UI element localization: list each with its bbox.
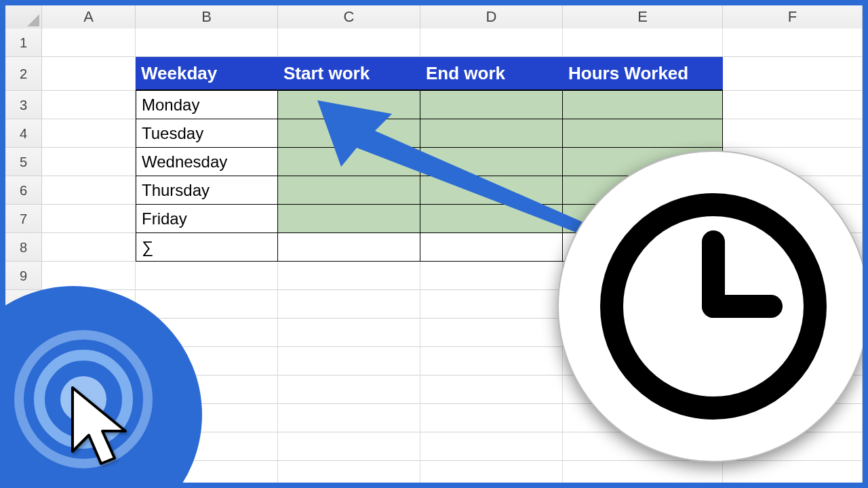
cell-sum-end[interactable] [420,233,563,262]
cell-A8[interactable] [42,233,136,262]
cell-end-thu[interactable] [420,176,563,205]
cell-weekday-tue[interactable]: Tuesday [136,119,278,148]
spreadsheet-area: A B C D E F 1 2 Weekday Start work End w… [5,5,863,483]
row-4: 4 Tuesday [5,119,863,148]
header-end-work[interactable]: End work [420,57,563,91]
header-hours-worked[interactable]: Hours Worked [563,57,723,91]
cell-end-wed[interactable] [420,148,563,176]
cell-weekday-thu[interactable]: Thursday [136,176,278,205]
cell-start-wed[interactable] [278,148,420,176]
svg-marker-8 [73,388,125,464]
clock-icon [595,188,832,425]
row-header-4[interactable]: 4 [5,119,42,147]
cell-D1[interactable] [420,28,563,57]
clock-badge [557,150,868,462]
cell-sum-start[interactable] [278,233,420,262]
col-header-E[interactable]: E [563,5,723,28]
column-header-row: A B C D E F [5,5,863,28]
row-header-6[interactable]: 6 [5,176,42,204]
cell-A3[interactable] [42,91,136,119]
cell-start-tue[interactable] [278,119,420,148]
header-weekday[interactable]: Weekday [136,57,278,91]
ripple-cursor-logo [0,286,202,488]
row-1: 1 [5,28,863,57]
cursor-icon [67,384,142,472]
col-header-F[interactable]: F [723,5,863,28]
row-header-2[interactable]: 2 [5,57,42,90]
cell-A6[interactable] [42,176,136,205]
cell-A5[interactable] [42,148,136,176]
row-2: 2 Weekday Start work End work Hours Work… [5,57,863,91]
cell-sum-label[interactable]: ∑ [136,233,278,262]
row-header-3[interactable]: 3 [5,91,42,119]
cell-weekday-mon[interactable]: Monday [136,91,278,119]
col-header-A[interactable]: A [42,5,136,28]
cell-F4[interactable] [723,119,863,148]
row-header-5[interactable]: 5 [5,148,42,176]
cell-weekday-fri[interactable]: Friday [136,205,278,233]
cell-start-mon[interactable] [278,91,420,119]
cell-D9[interactable] [420,262,563,290]
row-3: 3 Monday [5,91,863,119]
cell-B1[interactable] [136,28,278,57]
cell-C1[interactable] [278,28,420,57]
svg-marker-0 [27,14,39,26]
cell-C9[interactable] [278,262,420,290]
cell-weekday-wed[interactable]: Wednesday [136,148,278,176]
header-start-work[interactable]: Start work [278,57,420,91]
cell-end-tue[interactable] [420,119,563,148]
cell-end-fri[interactable] [420,205,563,233]
cell-A1[interactable] [42,28,136,57]
cell-F3[interactable] [723,91,863,119]
cell-E1[interactable] [563,28,723,57]
cell-hours-mon[interactable] [563,91,723,119]
cell-A7[interactable] [42,205,136,233]
row-header-8[interactable]: 8 [5,233,42,261]
row-header-7[interactable]: 7 [5,205,42,232]
cell-A2[interactable] [42,57,136,91]
cell-F2[interactable] [723,57,863,91]
cell-A4[interactable] [42,119,136,148]
row-header-1[interactable]: 1 [5,28,42,56]
select-all-corner[interactable] [5,5,42,28]
cell-F1[interactable] [723,28,863,57]
cell-start-fri[interactable] [278,205,420,233]
col-header-C[interactable]: C [278,5,420,28]
cell-hours-tue[interactable] [563,119,723,148]
col-header-D[interactable]: D [420,5,563,28]
cell-end-mon[interactable] [420,91,563,119]
col-header-B[interactable]: B [136,5,278,28]
cell-start-thu[interactable] [278,176,420,205]
row-header-9[interactable]: 9 [5,262,42,289]
